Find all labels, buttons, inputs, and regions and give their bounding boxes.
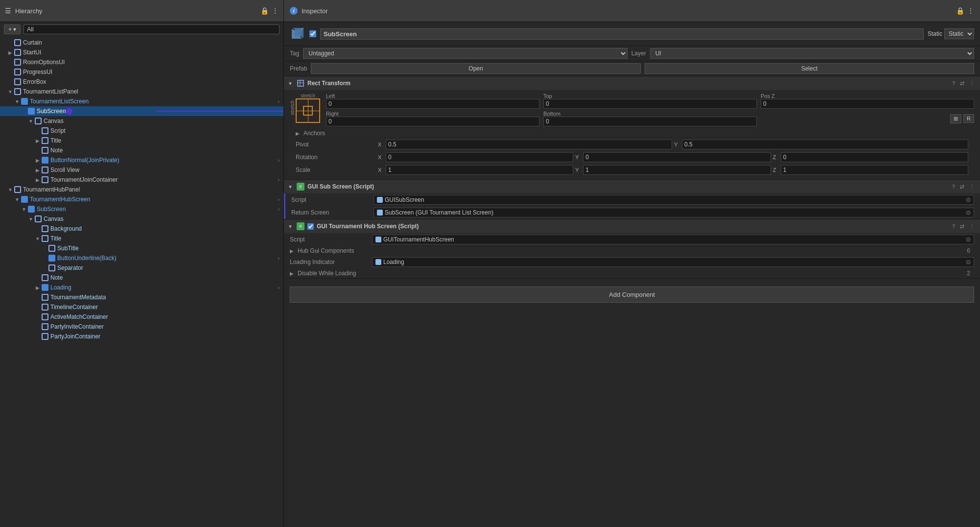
scale-y-input[interactable] xyxy=(583,165,770,175)
scale-x-input[interactable] xyxy=(386,165,573,175)
rotation-y-input[interactable] xyxy=(583,152,770,162)
gameobject-name-input[interactable] xyxy=(320,28,924,40)
list-item[interactable]: ▼ TournamentHubScreen › xyxy=(0,194,283,204)
reset-button[interactable]: R xyxy=(963,114,974,123)
bottom-input[interactable] xyxy=(543,117,757,126)
list-item[interactable]: Background xyxy=(0,224,283,234)
rotation-z-input[interactable] xyxy=(781,152,968,162)
resize-icon-button[interactable]: ⊞ xyxy=(950,114,961,123)
script-ref[interactable]: GUISubScreen ⊙ xyxy=(373,195,974,205)
list-item[interactable]: ▶ Loading › xyxy=(0,283,283,292)
list-item[interactable]: Separator xyxy=(0,263,283,273)
top-input[interactable] xyxy=(543,99,757,109)
list-item[interactable]: ▼ TournamentListPanel xyxy=(0,87,283,96)
more-icon[interactable]: ⋮ xyxy=(968,223,976,230)
list-item[interactable]: ButtonUnderline(Back) › xyxy=(0,253,283,263)
tree-expand-arrow[interactable]: ▼ xyxy=(14,197,21,202)
list-item[interactable]: PartyInviteContainer xyxy=(0,322,283,332)
target-icon[interactable]: ⊙ xyxy=(966,196,971,203)
tree-expand-arrow[interactable]: ▶ xyxy=(34,138,41,144)
tree-expand-arrow[interactable]: ▶ xyxy=(34,177,41,183)
hub-gui-foldout[interactable]: ▶ Hub Gui Components 6 xyxy=(284,246,980,256)
tree-expand-arrow[interactable]: ▼ xyxy=(7,187,14,192)
rotation-x-input[interactable] xyxy=(386,152,573,162)
static-dropdown[interactable]: Static xyxy=(944,28,974,39)
list-item[interactable]: Script xyxy=(0,126,283,136)
list-item[interactable]: ▶ ButtonNormal(JoinPrivate) › xyxy=(0,155,283,165)
hub-script-ref[interactable]: GUITournamentHubScreen ⊙ xyxy=(372,235,974,244)
list-item[interactable]: ▼ Canvas xyxy=(0,214,283,224)
target-icon[interactable]: ⊙ xyxy=(966,209,971,216)
posz-input[interactable] xyxy=(761,99,974,109)
inspector-lock-icon[interactable]: 🔒 xyxy=(956,7,964,15)
help-icon[interactable]: ? xyxy=(951,80,957,87)
hierarchy-lock-icon[interactable]: 🔒 xyxy=(260,7,269,15)
tree-expand-arrow[interactable]: ▼ xyxy=(34,236,41,241)
settings-icon[interactable]: ⇄ xyxy=(958,183,966,191)
hierarchy-selected-item[interactable]: SubScreen xyxy=(0,106,283,116)
pivot-y-input[interactable] xyxy=(682,140,968,149)
hierarchy-add-button[interactable]: + ▾ xyxy=(4,24,21,34)
right-input[interactable] xyxy=(326,117,539,126)
hierarchy-search-input[interactable] xyxy=(23,24,280,34)
tree-expand-arrow[interactable]: ▶ xyxy=(34,168,41,173)
anchors-row[interactable]: ▶ Anchors xyxy=(290,128,974,138)
gameobject-active-checkbox[interactable] xyxy=(309,30,316,37)
loading-indicator-ref[interactable]: Loading ⊙ xyxy=(372,257,974,267)
settings-icon[interactable]: ⇄ xyxy=(958,80,966,87)
list-item[interactable]: ▶ TournamentJoinContainer › xyxy=(0,175,283,185)
list-item[interactable]: ProgressUI xyxy=(0,67,283,77)
list-item[interactable]: ▼ Title xyxy=(0,234,283,243)
list-item[interactable]: ▼ TournamentHubPanel xyxy=(0,185,283,194)
tree-expand-arrow[interactable]: ▶ xyxy=(34,158,41,163)
pivot-x-input[interactable] xyxy=(386,140,672,149)
hierarchy-menu-icon[interactable]: ☰ xyxy=(5,7,11,15)
list-item[interactable]: TimelineContainer xyxy=(0,302,283,312)
more-icon[interactable]: ⋮ xyxy=(968,80,976,87)
list-item[interactable]: RoomOptionsUI xyxy=(0,57,283,67)
list-item[interactable]: PartyJoinContainer xyxy=(0,332,283,341)
list-item[interactable]: ▼ SubScreen › xyxy=(0,204,283,214)
help-icon[interactable]: ? xyxy=(951,223,957,230)
tree-expand-arrow[interactable]: ▶ xyxy=(34,285,41,290)
list-item[interactable]: SubTitle xyxy=(0,243,283,253)
list-item[interactable]: ErrorBox xyxy=(0,77,283,87)
hierarchy-more-icon[interactable]: ⋮ xyxy=(272,7,279,15)
gui-tournament-hub-header[interactable]: ▼ # GUI Tournament Hub Screen (Script) ?… xyxy=(284,219,980,233)
layer-dropdown[interactable]: UI xyxy=(650,48,974,59)
list-item[interactable]: ▶ StartUI xyxy=(0,48,283,57)
target-icon[interactable]: ⊙ xyxy=(966,259,971,265)
tree-expand-arrow[interactable]: ▼ xyxy=(27,119,34,124)
list-item[interactable]: ▼ Canvas xyxy=(0,116,283,126)
add-component-button[interactable]: Add Component xyxy=(290,287,974,303)
list-item[interactable]: Note xyxy=(0,145,283,155)
tree-expand-arrow[interactable]: ▼ xyxy=(7,89,14,95)
rect-transform-visual[interactable] xyxy=(296,98,320,123)
return-screen-ref[interactable]: SubScreen (GUI Tournament List Screen) ⊙ xyxy=(373,208,974,217)
inspector-more-icon[interactable]: ⋮ xyxy=(967,7,974,15)
list-item[interactable]: TournamentMetadata xyxy=(0,292,283,302)
more-icon[interactable]: ⋮ xyxy=(968,183,976,191)
scale-z-input[interactable] xyxy=(781,165,968,175)
tree-expand-arrow[interactable]: ▼ xyxy=(14,99,21,104)
component-enabled-checkbox[interactable] xyxy=(307,223,314,230)
list-item[interactable]: Note xyxy=(0,273,283,283)
left-input[interactable] xyxy=(326,99,539,109)
rect-transform-header[interactable]: ▼ Rect Transform ? ⇄ ⋮ xyxy=(284,76,980,90)
list-item[interactable]: ActiveMatchContainer xyxy=(0,312,283,322)
tree-expand-arrow[interactable]: ▶ xyxy=(7,50,14,55)
prefab-select-button[interactable]: Select xyxy=(645,63,974,74)
disable-while-loading-foldout[interactable]: ▶ Disable While Loading 2 xyxy=(284,268,980,278)
list-item[interactable]: Curtain xyxy=(0,38,283,48)
list-item[interactable]: ▼ TournamentListScreen › xyxy=(0,96,283,106)
gui-sub-screen-header[interactable]: ▼ # GUI Sub Screen (Script) ? ⇄ ⋮ xyxy=(284,180,980,193)
prefab-open-button[interactable]: Open xyxy=(311,63,640,74)
help-icon[interactable]: ? xyxy=(951,183,957,190)
tree-expand-arrow[interactable]: ▼ xyxy=(27,216,34,222)
list-item[interactable]: ▶ Scroll View xyxy=(0,165,283,175)
settings-icon[interactable]: ⇄ xyxy=(958,223,966,230)
list-item[interactable]: ▶ Title xyxy=(0,136,283,145)
tree-expand-arrow[interactable]: ▼ xyxy=(21,207,27,212)
tag-dropdown[interactable]: Untagged xyxy=(303,48,627,59)
target-icon[interactable]: ⊙ xyxy=(966,236,971,243)
